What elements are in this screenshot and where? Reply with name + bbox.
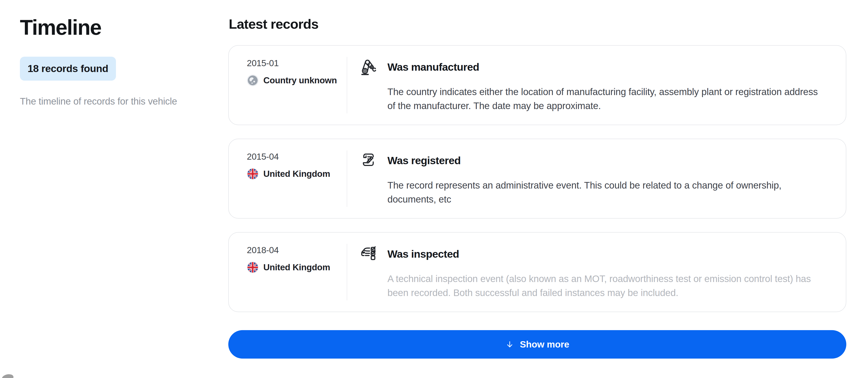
page-title: Timeline [20,16,221,39]
uk-flag-icon [247,262,258,273]
record-date: 2015-01 [247,58,347,68]
record-date-column: 2018-04 United Kingdom [247,245,347,273]
record-card-manufactured[interactable]: 2015-01 Country unknown [228,45,846,125]
record-date: 2018-04 [247,245,347,255]
timeline-sidebar: Timeline 18 records found The timeline o… [20,16,221,107]
timeline-subtitle: The timeline of records for this vehicle [20,96,221,107]
record-description: A technical inspection event (also known… [388,272,828,300]
cut-off-corner-element [1,373,14,378]
record-card-registered[interactable]: 2015-04 United Kingdom Was registered [228,139,846,218]
section-heading: Latest records [229,16,846,32]
record-country: Country unknown [264,75,337,85]
document-pen-icon [360,152,377,169]
record-country: United Kingdom [264,263,330,272]
record-description: The country indicates either the locatio… [388,85,828,113]
globe-icon [247,74,258,86]
show-more-button[interactable]: Show more [228,330,846,358]
records-count-badge: 18 records found [20,57,116,80]
record-description: The record represents an administrative … [388,178,828,206]
show-more-label: Show more [520,339,569,350]
record-card-inspected[interactable]: 2018-04 United Kingdom [228,232,846,312]
robot-arm-icon [360,58,377,75]
record-title: Was manufactured [388,61,479,73]
record-title: Was registered [388,154,461,167]
record-country: United Kingdom [264,169,330,179]
record-date-column: 2015-01 Country unknown [247,58,347,86]
latest-records-section: Latest records 2015-01 Country unknown [228,0,846,312]
record-date-column: 2015-04 United Kingdom [247,152,347,180]
record-date: 2015-04 [247,152,347,162]
arrow-down-icon [505,340,514,349]
car-checklist-icon [360,245,377,263]
uk-flag-icon [247,168,258,180]
record-title: Was inspected [388,248,459,260]
